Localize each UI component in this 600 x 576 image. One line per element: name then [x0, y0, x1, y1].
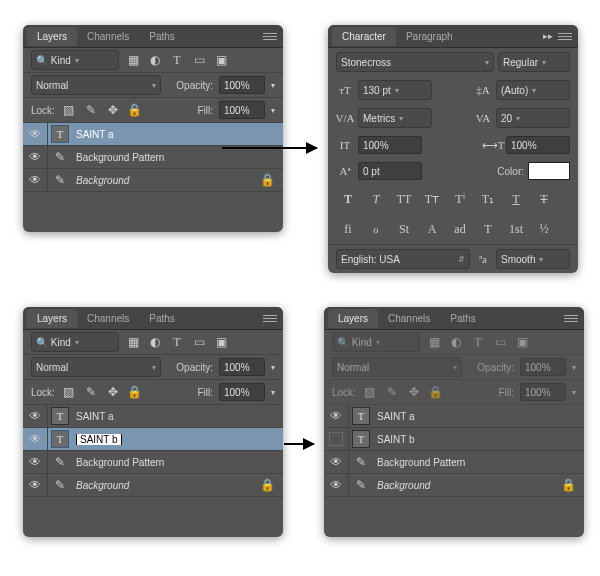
ot-ordinals-button[interactable]: 1st [504, 218, 528, 240]
ot-swash-button[interactable]: ℴ [364, 218, 388, 240]
baseline-input[interactable]: 0 pt [358, 162, 422, 180]
font-style-dropdown[interactable]: Regular▾ [498, 52, 570, 72]
tab-paths[interactable]: Paths [139, 27, 185, 46]
layer-row[interactable]: 👁 ✎ Background Pattern [23, 146, 283, 169]
ot-ligatures-button[interactable]: fi [336, 218, 360, 240]
allcaps-button[interactable]: TT [392, 188, 416, 210]
eye-icon[interactable]: 👁 [27, 431, 43, 447]
ot-fractions-button[interactable]: ½ [532, 218, 556, 240]
filter-shape-icon[interactable]: ▭ [191, 52, 207, 68]
panel-menu-icon[interactable] [261, 311, 279, 325]
italic-button[interactable]: T [364, 188, 388, 210]
layer-row[interactable]: 👁 T SAINT a [23, 123, 283, 146]
eye-icon[interactable]: 👁 [328, 477, 344, 493]
font-size-dropdown[interactable]: 130 pt▾ [358, 80, 432, 100]
smallcaps-button[interactable]: Tᴛ [420, 188, 444, 210]
layer-row[interactable]: 👁 ✎ Background 🔒 [23, 474, 283, 497]
lock-move-icon[interactable]: ✥ [105, 102, 121, 118]
opacity-input[interactable]: 100% [219, 358, 265, 376]
filter-shape-icon[interactable]: ▭ [492, 334, 508, 350]
eye-icon[interactable]: 👁 [328, 454, 344, 470]
layer-row[interactable]: 👁 ✎ Background Pattern [23, 451, 283, 474]
tab-channels[interactable]: Channels [378, 309, 440, 328]
fill-arrow-icon[interactable]: ▾ [271, 106, 275, 115]
panel-menu-icon[interactable] [562, 311, 580, 325]
lock-paint-icon[interactable]: ✎ [83, 384, 99, 400]
filter-kind-dropdown[interactable]: Kind▾ [332, 332, 420, 352]
layer-name-edit[interactable]: SAINT b [72, 434, 283, 445]
lock-transparent-icon[interactable]: ▧ [61, 102, 77, 118]
fill-input[interactable]: 100% [219, 383, 265, 401]
filter-shape-icon[interactable]: ▭ [191, 334, 207, 350]
filter-kind-dropdown[interactable]: Kind▾ [31, 332, 119, 352]
tab-layers[interactable]: Layers [27, 309, 77, 328]
eye-icon[interactable]: 👁 [27, 454, 43, 470]
kerning-dropdown[interactable]: Metrics▾ [358, 108, 432, 128]
lock-all-icon[interactable]: 🔒 [127, 384, 143, 400]
eye-empty-icon[interactable] [329, 432, 343, 446]
layer-row[interactable]: T SAINT b [324, 428, 584, 451]
tab-paragraph[interactable]: Paragraph [396, 27, 463, 46]
ot-contextual-button[interactable]: ad [448, 218, 472, 240]
layer-row[interactable]: 👁 T SAINT a [324, 405, 584, 428]
subscript-button[interactable]: T₁ [476, 188, 500, 210]
filter-adjust-icon[interactable]: ◐ [448, 334, 464, 350]
blend-mode-dropdown[interactable]: Normal▾ [31, 357, 161, 377]
vscale-input[interactable]: 100% [358, 136, 422, 154]
filter-pixel-icon[interactable]: ▦ [125, 334, 141, 350]
tab-layers[interactable]: Layers [27, 27, 77, 46]
eye-icon[interactable]: 👁 [27, 149, 43, 165]
ot-titling-button[interactable]: A [420, 218, 444, 240]
hscale-input[interactable]: 100% [506, 136, 570, 154]
eye-icon[interactable]: 👁 [328, 408, 344, 424]
antialias-dropdown[interactable]: Smooth▾ [496, 249, 570, 269]
underline-button[interactable]: T [504, 188, 528, 210]
filter-smart-icon[interactable]: ▣ [213, 52, 229, 68]
fill-input[interactable]: 100% [219, 101, 265, 119]
filter-type-icon[interactable]: T [169, 52, 185, 68]
superscript-button[interactable]: Tⁱ [448, 188, 472, 210]
opacity-arrow-icon[interactable]: ▾ [271, 81, 275, 90]
strike-button[interactable]: T [532, 188, 556, 210]
tab-character[interactable]: Character [332, 27, 396, 46]
tab-channels[interactable]: Channels [77, 309, 139, 328]
lock-all-icon[interactable]: 🔒 [127, 102, 143, 118]
eye-icon[interactable]: 👁 [27, 172, 43, 188]
panel-menu-icon[interactable] [261, 29, 279, 43]
eye-icon[interactable]: 👁 [27, 477, 43, 493]
filter-smart-icon[interactable]: ▣ [213, 334, 229, 350]
ot-stylistic-button[interactable]: St [392, 218, 416, 240]
layer-row[interactable]: 👁 ✎ Background Pattern [324, 451, 584, 474]
ot-ornaments-button[interactable]: T [476, 218, 500, 240]
eye-icon[interactable]: 👁 [27, 126, 43, 142]
lock-transparent-icon[interactable]: ▧ [61, 384, 77, 400]
filter-smart-icon[interactable]: ▣ [514, 334, 530, 350]
color-swatch[interactable] [528, 162, 570, 180]
layer-row[interactable]: 👁 T SAINT a [23, 405, 283, 428]
lock-move-icon[interactable]: ✥ [105, 384, 121, 400]
eye-icon[interactable]: 👁 [27, 408, 43, 424]
tab-paths[interactable]: Paths [440, 309, 486, 328]
blend-mode-dropdown[interactable]: Normal▾ [31, 75, 161, 95]
lock-paint-icon[interactable]: ✎ [83, 102, 99, 118]
layer-row[interactable]: 👁 ✎ Background 🔒 [23, 169, 283, 192]
filter-pixel-icon[interactable]: ▦ [426, 334, 442, 350]
tab-paths[interactable]: Paths [139, 309, 185, 328]
bold-button[interactable]: T [336, 188, 360, 210]
filter-pixel-icon[interactable]: ▦ [125, 52, 141, 68]
filter-type-icon[interactable]: T [470, 334, 486, 350]
language-dropdown[interactable]: English: USA⇵ [336, 249, 470, 269]
tab-channels[interactable]: Channels [77, 27, 139, 46]
layer-row[interactable]: 👁 ✎ Background 🔒 [324, 474, 584, 497]
leading-dropdown[interactable]: (Auto)▾ [496, 80, 570, 100]
collapse-icon[interactable]: ▸▸ [540, 28, 556, 44]
filter-adjust-icon[interactable]: ◐ [147, 334, 163, 350]
tab-layers[interactable]: Layers [328, 309, 378, 328]
filter-kind-dropdown[interactable]: Kind▾ [31, 50, 119, 70]
layer-row[interactable]: 👁 T SAINT b [23, 428, 283, 451]
tracking-dropdown[interactable]: 20▾ [496, 108, 570, 128]
opacity-input[interactable]: 100% [219, 76, 265, 94]
panel-menu-icon[interactable] [556, 29, 574, 43]
filter-type-icon[interactable]: T [169, 334, 185, 350]
filter-adjust-icon[interactable]: ◐ [147, 52, 163, 68]
